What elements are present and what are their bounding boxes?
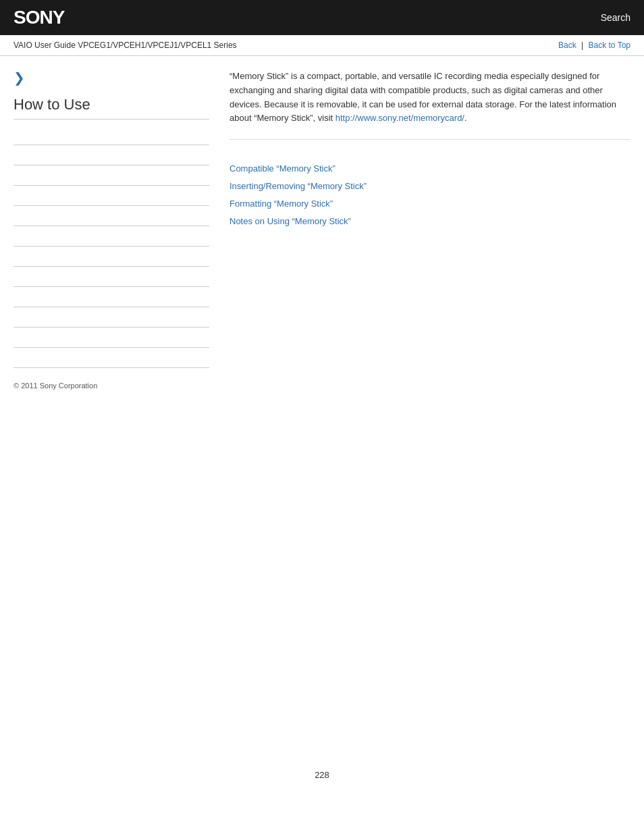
external-link[interactable]: http://www.sony.net/memorycard/ [336, 113, 464, 123]
sidebar-nav-item [14, 145, 209, 165]
sidebar-nav-item [14, 267, 209, 287]
breadcrumb-links: Back | Back to Top [558, 41, 630, 50]
sidebar-nav-item [14, 206, 209, 226]
breadcrumb-bar: VAIO User Guide VPCEG1/VPCEH1/VPCEJ1/VPC… [0, 35, 644, 56]
header: SONY Search [0, 0, 644, 35]
content-link-notes[interactable]: Notes on Using “Memory Stick” [230, 213, 630, 230]
content-link-compatible[interactable]: Compatible “Memory Stick” [230, 160, 630, 178]
content-description: “Memory Stick” is a compact, portable, a… [230, 70, 630, 140]
copyright: © 2011 Sony Corporation [14, 382, 209, 390]
content-links: Compatible “Memory Stick” Inserting/Remo… [230, 153, 630, 230]
breadcrumb-separator: | [581, 41, 583, 50]
sidebar-nav-item [14, 226, 209, 246]
chevron-icon: ❯ [14, 70, 209, 86]
sidebar-nav-item [14, 246, 209, 267]
main-content: ❯ How to Use © 2011 Sony Corporation “Me… [0, 56, 644, 403]
page-number: 228 [315, 770, 329, 780]
content-area: “Memory Stick” is a compact, portable, a… [223, 70, 630, 390]
content-link-formatting[interactable]: Formatting “Memory Stick” [230, 195, 630, 213]
sidebar-nav-item [14, 186, 209, 206]
sidebar-nav-item [14, 307, 209, 328]
sidebar-nav-item [14, 348, 209, 368]
back-link[interactable]: Back [558, 41, 576, 50]
page-footer: 228 [0, 750, 644, 793]
breadcrumb-text: VAIO User Guide VPCEG1/VPCEH1/VPCEJ1/VPC… [14, 41, 237, 50]
content-link-inserting[interactable]: Inserting/Removing “Memory Stick” [230, 178, 630, 195]
search-button[interactable]: Search [601, 12, 630, 23]
sidebar-nav-item [14, 165, 209, 186]
sidebar-nav-item [14, 328, 209, 348]
sony-logo: SONY [14, 7, 64, 28]
back-to-top-link[interactable]: Back to Top [589, 41, 630, 50]
sidebar-nav-item [14, 287, 209, 307]
sidebar-nav-item [14, 125, 209, 145]
sidebar: ❯ How to Use © 2011 Sony Corporation [14, 70, 209, 390]
sidebar-title: How to Use [14, 96, 209, 120]
sidebar-nav [14, 125, 209, 368]
